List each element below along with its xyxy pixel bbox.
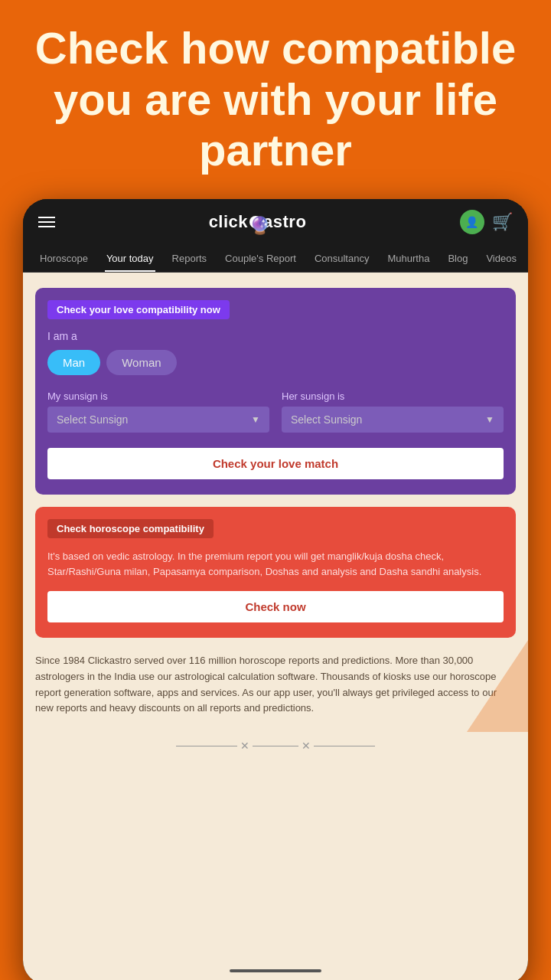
i-am-a-label: I am a [47,330,504,342]
top-bar: click🔮astro 👤 🛒 [23,199,528,245]
cart-icon[interactable]: 🛒 [492,212,513,232]
main-content: Check your love compatibility now I am a… [23,273,528,962]
scroll-indicator: ✕ ✕ [35,732,516,760]
compat-card-tag: Check horoscope compatibility [47,519,214,538]
love-compatibility-card: Check your love compatibility now I am a… [35,288,516,495]
my-sunsign-value: Select Sunsign [57,413,128,426]
scroll-cross-right: ✕ [302,740,311,752]
logo-icon: 🔮 [249,216,262,228]
her-sunsign-col: Her sunsign is Select Sunsign ▼ [282,390,504,433]
nav-item-couples-report[interactable]: Couple's Report [216,245,305,272]
app-logo: click🔮astro [209,212,307,232]
nav-item-your-today[interactable]: Your today [97,245,163,272]
nav-item-reports[interactable]: Reports [163,245,217,272]
my-sunsign-label: My sunsign is [47,390,269,402]
horoscope-compatibility-card: Check horoscope compatibility It's based… [35,507,516,638]
top-right-icons: 👤 🛒 [460,210,513,234]
my-sunsign-arrow: ▼ [251,414,260,425]
nav-item-muhurtha[interactable]: Muhurtha [378,245,439,272]
nav-bar: Horoscope Your today Reports Couple's Re… [23,245,528,273]
her-sunsign-value: Select Sunsign [291,413,362,426]
nav-item-consultancy[interactable]: Consultancy [305,245,379,272]
nav-item-videos[interactable]: Videos [477,245,526,272]
hamburger-menu[interactable] [38,217,55,227]
scroll-line-right [314,746,375,746]
nav-item-horoscope[interactable]: Horoscope [31,245,97,272]
hero-section: Check how compatible you are with your l… [0,0,551,191]
home-bar [230,969,321,972]
check-now-button[interactable]: Check now [47,591,504,622]
hero-title: Check how compatible you are with your l… [31,23,520,176]
compat-description: It's based on vedic astrology. In the pr… [47,549,504,579]
scroll-cross-left: ✕ [240,740,249,752]
sunsign-row: My sunsign is Select Sunsign ▼ Her sunsi… [47,390,504,433]
phone-frame: click🔮astro 👤 🛒 Horoscope Your today Rep… [23,199,528,980]
footer-text: Since 1984 Clickastro served over 116 mi… [35,653,516,717]
check-love-match-button[interactable]: Check your love match [47,448,504,479]
gender-man-button[interactable]: Man [47,350,100,375]
scroll-line-left [176,746,237,746]
gender-buttons: Man Woman [47,350,504,375]
her-sunsign-arrow: ▼ [485,414,494,425]
avatar[interactable]: 👤 [460,210,484,234]
gender-woman-button[interactable]: Woman [106,350,176,375]
love-card-tag: Check your love compatibility now [47,300,230,319]
her-sunsign-label: Her sunsign is [282,390,504,402]
my-sunsign-col: My sunsign is Select Sunsign ▼ [47,390,269,433]
nav-item-blog[interactable]: Blog [439,245,477,272]
scroll-line-mid [253,746,298,746]
her-sunsign-select[interactable]: Select Sunsign ▼ [282,407,504,433]
home-indicator [23,962,528,980]
my-sunsign-select[interactable]: Select Sunsign ▼ [47,407,269,433]
